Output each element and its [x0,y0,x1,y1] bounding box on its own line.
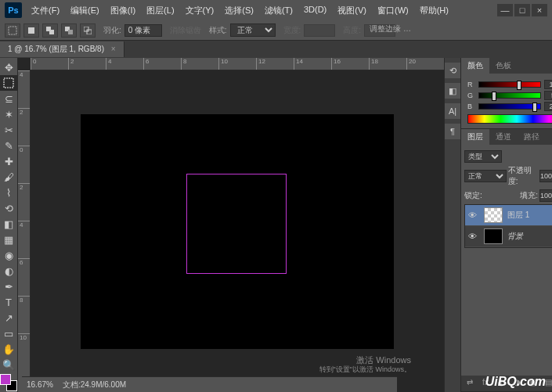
svg-rect-6 [84,27,88,31]
fill-input[interactable] [539,189,552,202]
maximize-button[interactable]: □ [514,4,530,16]
svg-rect-7 [87,30,92,34]
menu-edit[interactable]: 编辑(E) [66,2,104,19]
layer-filter-kind[interactable]: 类型 [464,150,502,163]
zoom-level[interactable]: 16.67% [27,380,53,389]
doc-size: 24.9M/6.00M [81,380,126,389]
eraser-tool-icon[interactable]: ◧ [0,216,17,232]
gradient-tool-icon[interactable]: ▦ [0,232,17,247]
spectrum-bar[interactable] [467,114,552,124]
g-value[interactable]: 52 [544,91,552,100]
char-panel-icon[interactable]: A| [445,103,460,119]
layer-row[interactable]: 👁 图层 1 [465,205,552,226]
link-layers-icon[interactable]: ⇄ [464,378,476,389]
shape-tool-icon[interactable]: ▭ [0,325,17,341]
move-tool-icon[interactable]: ✥ [0,59,17,75]
menu-layer[interactable]: 图层(L) [142,2,179,19]
canvas[interactable] [31,70,444,392]
heal-tool-icon[interactable]: ✚ [0,153,17,169]
layer-name[interactable]: 图层 1 [507,210,552,221]
b-value[interactable]: 223 [544,102,552,111]
tab-paths[interactable]: 路径 [518,129,546,145]
menu-3d[interactable]: 3D(D) [299,2,331,19]
collapsed-panels: ⟲ ◧ A| ¶ [444,58,460,392]
ruler-vertical: 420246810 [18,70,31,392]
color-swatch[interactable] [0,374,17,391]
style-label: 样式: [209,25,227,36]
r-value[interactable]: 161 [544,80,552,89]
close-window-button[interactable]: × [532,4,547,16]
menu-filter[interactable]: 滤镜(T) [260,2,298,19]
hand-tool-icon[interactable]: ✋ [0,341,17,357]
blend-mode-select[interactable]: 正常 [464,170,507,182]
menu-view[interactable]: 视图(V) [333,2,371,19]
blur-tool-icon[interactable]: ◉ [0,247,17,263]
refine-edge-button[interactable]: 调整边缘 … [370,23,411,34]
history-panel-icon[interactable]: ⟲ [445,63,460,78]
tab-layers[interactable]: 图层 [461,129,489,145]
b-slider[interactable] [478,103,541,110]
title-bar: Ps 文件(F) 编辑(E) 图像(I) 图层(L) 文字(Y) 选择(S) 滤… [0,0,552,20]
layer-name[interactable]: 背景 [507,231,551,242]
layer-row[interactable]: 👁 背景 🔒 [465,226,552,247]
document-tab[interactable]: 1 @ 16.7% (图层 1, RGB/8) × [0,41,124,57]
stamp-tool-icon[interactable]: ⌇ [0,185,17,200]
menu-select[interactable]: 选择(S) [220,2,258,19]
layer-thumb[interactable] [484,207,503,223]
style-select[interactable]: 正常 [230,23,276,37]
menu-image[interactable]: 图像(I) [106,2,140,19]
tab-color[interactable]: 颜色 [461,58,489,74]
tab-channels[interactable]: 通道 [489,129,518,145]
subtract-selection-icon[interactable] [61,23,77,38]
rectangle-selection[interactable] [186,174,287,274]
canvas-area: 02468101214161820 420246810 [18,58,444,392]
feather-input[interactable] [124,24,162,37]
opacity-input[interactable] [539,170,552,182]
g-slider[interactable] [478,92,541,99]
fill-label: 填充: [520,190,538,201]
artboard[interactable] [81,114,394,349]
g-label: G [467,92,475,99]
type-tool-icon[interactable]: T [0,294,17,310]
minimize-button[interactable]: — [497,4,513,16]
tool-preset-icon[interactable] [5,23,20,38]
path-tool-icon[interactable]: ↗ [0,310,17,325]
app-logo: Ps [5,2,22,18]
para-panel-icon[interactable]: ¶ [445,124,460,139]
pen-tool-icon[interactable]: ✒ [0,279,17,294]
visibility-icon[interactable]: 👁 [468,232,479,241]
close-tab-icon[interactable]: × [111,45,116,53]
tab-swatches[interactable]: 色板 [489,58,518,74]
menu-help[interactable]: 帮助(H) [415,2,453,19]
doc-label: 文档: [63,380,81,389]
zoom-tool-icon[interactable]: 🔍 [0,357,17,372]
properties-panel-icon[interactable]: ◧ [445,83,460,99]
lasso-tool-icon[interactable]: ⊆ [0,91,17,106]
eyedropper-tool-icon[interactable]: ✎ [0,138,17,153]
r-slider[interactable] [478,81,541,88]
tab-title: 1 @ 16.7% (图层 1, RGB/8) [8,45,104,53]
add-selection-icon[interactable] [42,23,58,38]
menu-type[interactable]: 文字(Y) [181,2,219,19]
menu-file[interactable]: 文件(F) [27,2,64,19]
color-panel: 颜色 色板 R 161 G 52 B 223 [461,58,552,129]
antialias-label: 消除锯齿 [170,25,201,36]
history-brush-tool-icon[interactable]: ⟲ [0,200,17,216]
visibility-icon[interactable]: 👁 [468,210,479,220]
svg-rect-5 [68,30,73,34]
height-label: 高度: [343,25,361,36]
brush-tool-icon[interactable]: 🖌 [0,169,17,185]
opacity-label: 不透明度: [508,165,538,187]
marquee-tool-icon[interactable] [0,75,17,91]
menu-window[interactable]: 窗口(W) [373,2,413,19]
menu-bar: 文件(F) 编辑(E) 图像(I) 图层(L) 文字(Y) 选择(S) 滤镜(T… [27,2,497,19]
feather-label: 羽化: [103,25,121,36]
ruler-horizontal: 02468101214161820 [31,58,444,70]
crop-tool-icon[interactable]: ✂ [0,122,17,138]
wand-tool-icon[interactable]: ✶ [0,106,17,122]
intersect-selection-icon[interactable] [80,23,96,38]
brand-watermark: UiBQ.com [485,375,546,389]
new-selection-icon[interactable] [23,23,39,38]
layer-thumb[interactable] [484,228,503,244]
dodge-tool-icon[interactable]: ◐ [0,263,17,279]
